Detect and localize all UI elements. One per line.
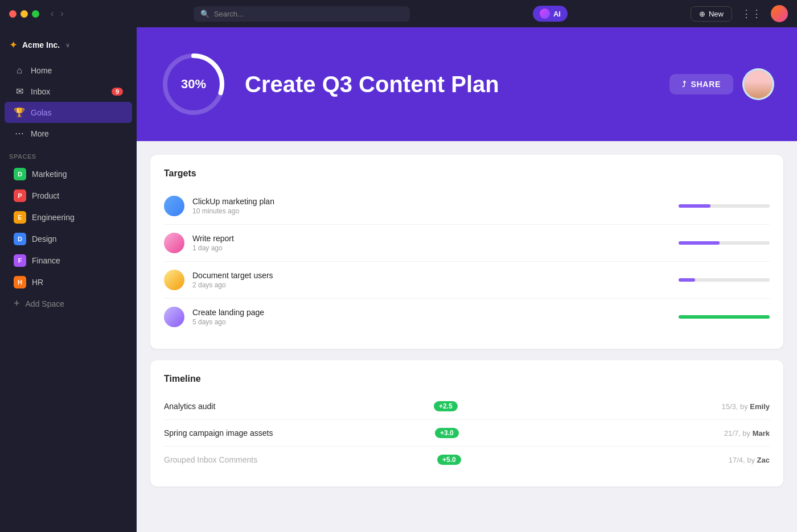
engineering-badge: E [14, 211, 26, 224]
target-row[interactable]: Document target users 2 days ago [164, 262, 770, 299]
share-button[interactable]: ⤴ SHARE [669, 74, 733, 94]
add-space-button[interactable]: + Add Space [5, 293, 132, 314]
finance-badge: F [14, 254, 26, 267]
progress-bar-3 [679, 278, 770, 282]
progress-fill-4 [679, 315, 770, 319]
target-avatar-3 [164, 270, 184, 290]
chevron-down-icon: ∨ [65, 42, 70, 49]
space-item-engineering[interactable]: E Engineering [5, 207, 132, 228]
sidebar-item-inbox[interactable]: ✉ Inbox 9 [5, 81, 132, 102]
forward-button[interactable]: › [58, 7, 65, 20]
target-row[interactable]: ClickUp marketing plan 10 minutes ago [164, 188, 770, 225]
spaces-section-label: Spaces [0, 144, 137, 163]
timeline-item-name-3: Grouped Inbox Comments [164, 455, 432, 464]
share-label: SHARE [691, 80, 721, 89]
sidebar-item-more[interactable]: ⋯ More [5, 123, 132, 144]
timeline-card: Timeline Analytics audit +2.5 15/3, by E… [150, 360, 783, 486]
target-info-2: Write report 1 day ago [192, 234, 671, 252]
timeline-meta-2: 21/7, by Mark [724, 429, 770, 438]
hero-avatar [742, 68, 774, 100]
timeline-row[interactable]: Grouped Inbox Comments +5.0 17/4, by Zac [164, 447, 770, 473]
target-row[interactable]: Write report 1 day ago [164, 225, 770, 262]
target-info-4: Create landing page 5 days ago [192, 308, 671, 326]
target-avatar-2 [164, 233, 184, 253]
hr-badge: H [14, 276, 26, 288]
ai-button[interactable]: AI [533, 6, 568, 22]
progress-fill-1 [679, 204, 710, 208]
target-time-4: 5 days ago [192, 318, 671, 326]
inbox-icon: ✉ [14, 86, 25, 97]
inbox-label: Inbox [31, 87, 106, 96]
home-label: Home [31, 66, 123, 75]
hero-actions: ⤴ SHARE [669, 68, 774, 100]
titlebar-right: ⊕ New ⋮⋮ [691, 5, 788, 22]
nav-arrows: ‹ › [48, 7, 66, 20]
workspace-icon: ✦ [9, 39, 18, 51]
user-avatar[interactable] [771, 5, 788, 22]
progress-ring: 30% [159, 50, 228, 118]
new-plus-icon: ⊕ [699, 10, 705, 18]
more-label: More [31, 129, 123, 138]
progress-bar-4 [679, 315, 770, 319]
target-row[interactable]: Create landing page 5 days ago [164, 299, 770, 335]
target-info-3: Document target users 2 days ago [192, 271, 671, 289]
target-info-1: ClickUp marketing plan 10 minutes ago [192, 197, 671, 215]
target-name-2: Write report [192, 234, 671, 243]
marketing-label: Marketing [32, 170, 67, 179]
goals-icon: 🏆 [14, 107, 25, 118]
timeline-meta-1: 15/3, by Emily [721, 402, 770, 411]
marketing-badge: D [14, 168, 26, 180]
add-space-label: Add Space [26, 299, 65, 308]
space-item-hr[interactable]: H HR [5, 271, 132, 293]
traffic-lights [9, 10, 39, 18]
progress-fill-3 [679, 278, 695, 282]
ai-label: AI [553, 10, 561, 18]
add-space-plus-icon: + [14, 298, 20, 310]
timeline-row[interactable]: Analytics audit +2.5 15/3, by Emily [164, 393, 770, 420]
main-layout: ✦ Acme Inc. ∨ ⌂ Home ✉ Inbox 9 🏆 Golas ⋯… [0, 27, 797, 532]
timeline-item-name-1: Analytics audit [164, 402, 428, 411]
timeline-title: Timeline [164, 374, 770, 384]
maximize-button[interactable] [32, 10, 39, 18]
target-time-3: 2 days ago [192, 281, 671, 289]
back-button[interactable]: ‹ [48, 7, 56, 20]
product-badge: P [14, 189, 26, 202]
avatar-image [744, 70, 773, 98]
space-item-product[interactable]: P Product [5, 185, 132, 207]
hr-label: HR [32, 278, 43, 287]
workspace-header[interactable]: ✦ Acme Inc. ∨ [0, 34, 137, 60]
sidebar-item-home[interactable]: ⌂ Home [5, 60, 132, 81]
progress-fill-2 [679, 241, 720, 245]
workspace-name: Acme Inc. [22, 40, 60, 50]
target-time-1: 10 minutes ago [192, 207, 671, 215]
space-item-finance[interactable]: F Finance [5, 250, 132, 271]
hero-banner: 30% Create Q3 Content Plan ⤴ SHARE [137, 27, 797, 141]
grid-icon[interactable]: ⋮⋮ [741, 7, 762, 20]
progress-bar-2 [679, 241, 770, 245]
home-icon: ⌂ [14, 65, 25, 76]
titlebar: ‹ › 🔍 Search... AI ⊕ New ⋮⋮ [0, 0, 797, 27]
search-bar[interactable]: 🔍 Search... [194, 6, 410, 22]
design-badge: D [14, 233, 26, 245]
close-button[interactable] [9, 10, 17, 18]
progress-percent: 30% [181, 77, 206, 92]
content-area: 30% Create Q3 Content Plan ⤴ SHARE Targe… [137, 27, 797, 532]
target-avatar-1 [164, 196, 184, 216]
design-label: Design [32, 234, 57, 244]
share-icon: ⤴ [682, 80, 687, 89]
space-item-marketing[interactable]: D Marketing [5, 163, 132, 185]
timeline-row[interactable]: Spring campaign image assets +3.0 21/7, … [164, 420, 770, 447]
timeline-meta-3: 17/4, by Zac [729, 456, 770, 464]
content-body: Targets ClickUp marketing plan 10 minute… [137, 141, 797, 532]
new-label: New [709, 10, 724, 18]
new-button[interactable]: ⊕ New [691, 6, 732, 22]
target-name-4: Create landing page [192, 308, 671, 317]
goal-title: Create Q3 Content Plan [245, 72, 652, 97]
space-item-design[interactable]: D Design [5, 228, 132, 250]
engineering-label: Engineering [32, 213, 75, 222]
sidebar-item-goals[interactable]: 🏆 Golas [5, 102, 132, 123]
target-avatar-4 [164, 307, 184, 327]
targets-card: Targets ClickUp marketing plan 10 minute… [150, 155, 783, 349]
target-name-1: ClickUp marketing plan [192, 197, 671, 206]
minimize-button[interactable] [20, 10, 28, 18]
